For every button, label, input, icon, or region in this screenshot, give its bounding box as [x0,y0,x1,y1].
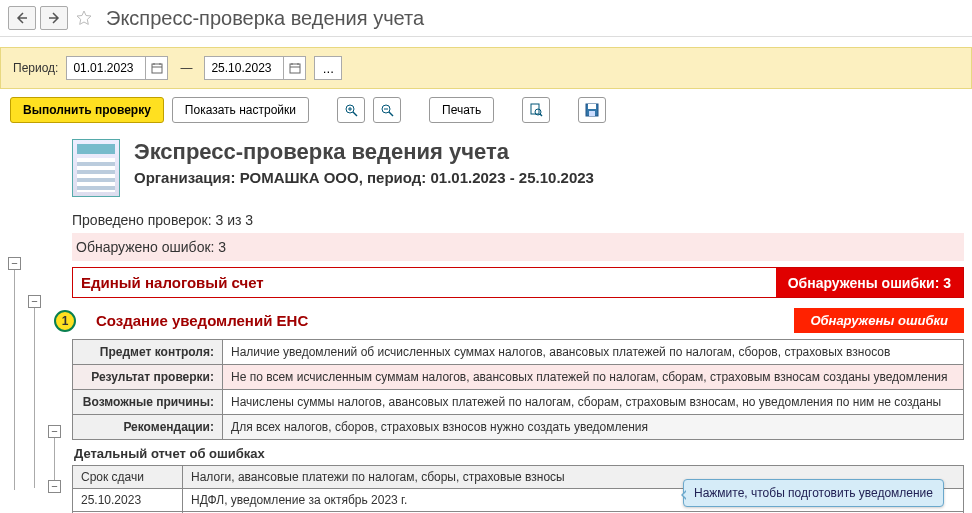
step-title: Создание уведомлений ЕНС [72,308,794,333]
detail-head-c1: Срок сдачи [73,466,183,489]
run-check-button[interactable]: Выполнить проверку [10,97,164,123]
print-button[interactable]: Печать [429,97,494,123]
period-bar: Период: — ... [0,47,972,89]
kv-val: Для всех налогов, сборов, страховых взно… [223,415,964,440]
section-status: Обнаружены ошибки: 3 [776,268,963,297]
page-title: Экспресс-проверка ведения учета [106,7,424,30]
hint-tooltip: Нажмите, чтобы подготовить уведомление [683,479,944,507]
svg-rect-0 [152,64,162,73]
floppy-icon [585,103,599,117]
date-to-box [204,56,306,80]
kv-key: Рекомендации: [73,415,223,440]
period-dash: — [180,61,192,75]
date-from-calendar-button[interactable] [145,57,167,79]
save-button[interactable] [578,97,606,123]
tree-collapse-root[interactable]: − [8,257,21,270]
kv-val: Наличие уведомлений об исчисленных сумма… [223,340,964,365]
period-select-button[interactable]: ... [314,56,342,80]
date-to-input[interactable] [205,57,283,79]
section-title: Единый налоговый счет [73,268,776,297]
detail-title: Детальный отчет об ошибках [72,440,964,465]
svg-rect-20 [589,111,595,116]
toolbar: Выполнить проверку Показать настройки Пе… [0,89,972,131]
tree-leaf[interactable]: − [48,480,61,493]
step-badge: 1 [54,310,76,332]
kv-key: Возможные причины: [73,390,223,415]
zoom-in-button[interactable] [337,97,365,123]
zoom-out-button[interactable] [373,97,401,123]
zoom-out-icon [380,103,394,117]
calendar-icon [289,62,301,74]
kv-val: Не по всем исчисленным суммам налогов, а… [223,365,964,390]
kv-key: Результат проверки: [73,365,223,390]
arrow-left-icon [16,12,28,24]
svg-rect-4 [290,64,300,73]
period-label: Период: [13,61,58,75]
star-icon [76,10,92,26]
svg-line-13 [389,112,393,116]
date-from-box [66,56,168,80]
arrow-right-icon [48,12,60,24]
date-to-calendar-button[interactable] [283,57,305,79]
date-from-input[interactable] [67,57,145,79]
report-subtitle: Организация: РОМАШКА ООО, период: 01.01.… [134,169,594,186]
tree-collapse-section[interactable]: − [28,295,41,308]
checks-done-text: Проведено проверок: 3 из 3 [72,207,964,233]
step-status: Обнаружены ошибки [794,308,964,333]
page-view-button[interactable] [522,97,550,123]
tree-collapse-details[interactable]: − [48,425,61,438]
favorite-button[interactable] [72,6,96,30]
svg-line-9 [353,112,357,116]
report-doc-icon [72,139,120,197]
nav-back-button[interactable] [8,6,36,30]
svg-rect-19 [588,104,596,109]
zoom-in-icon [344,103,358,117]
calendar-icon [151,62,163,74]
svg-line-17 [540,114,542,116]
show-settings-button[interactable]: Показать настройки [172,97,309,123]
kv-key: Предмет контроля: [73,340,223,365]
detail-cell-date: 25.10.2023 [73,489,183,512]
report-title: Экспресс-проверка ведения учета [134,139,594,165]
nav-forward-button[interactable] [40,6,68,30]
page-zoom-icon [529,103,543,117]
kv-table: Предмет контроля: Наличие уведомлений об… [72,339,964,440]
errors-found-text: Обнаружено ошибок: 3 [72,233,964,261]
section-row: Единый налоговый счет Обнаружены ошибки:… [72,267,964,298]
kv-val: Начислены суммы налогов, авансовых плате… [223,390,964,415]
